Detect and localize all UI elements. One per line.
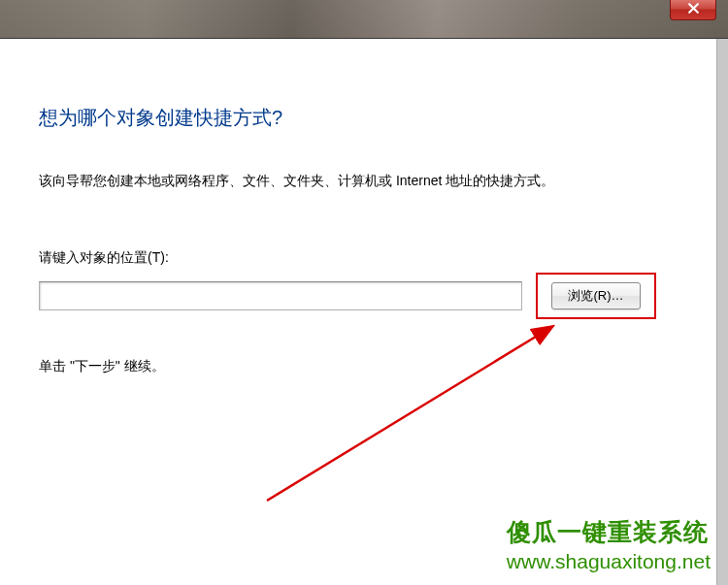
window-border-right xyxy=(716,39,728,585)
dialog-content: 想为哪个对象创建快捷方式? 该向导帮您创建本地或网络程序、文件、文件夹、计算机或… xyxy=(0,39,728,375)
watermark: 傻瓜一键重装系统 www.shaguaxitong.net xyxy=(507,516,711,573)
close-icon xyxy=(687,1,700,18)
location-label: 请键入对象的位置(T): xyxy=(39,249,728,267)
browse-button[interactable]: 浏览(R)… xyxy=(551,282,641,309)
dialog-description: 该向导帮您创建本地或网络程序、文件、文件夹、计算机或 Internet 地址的快… xyxy=(39,172,728,191)
window-titlebar xyxy=(0,0,728,39)
close-button[interactable] xyxy=(670,0,716,20)
annotation-highlight-box: 浏览(R)… xyxy=(536,273,656,319)
dialog-heading: 想为哪个对象创建快捷方式? xyxy=(39,105,728,131)
next-step-hint: 单击 "下一步" 继续。 xyxy=(39,358,728,375)
watermark-line1: 傻瓜一键重装系统 xyxy=(507,516,711,548)
location-input[interactable] xyxy=(39,281,522,310)
watermark-line2: www.shaguaxitong.net xyxy=(507,550,711,573)
